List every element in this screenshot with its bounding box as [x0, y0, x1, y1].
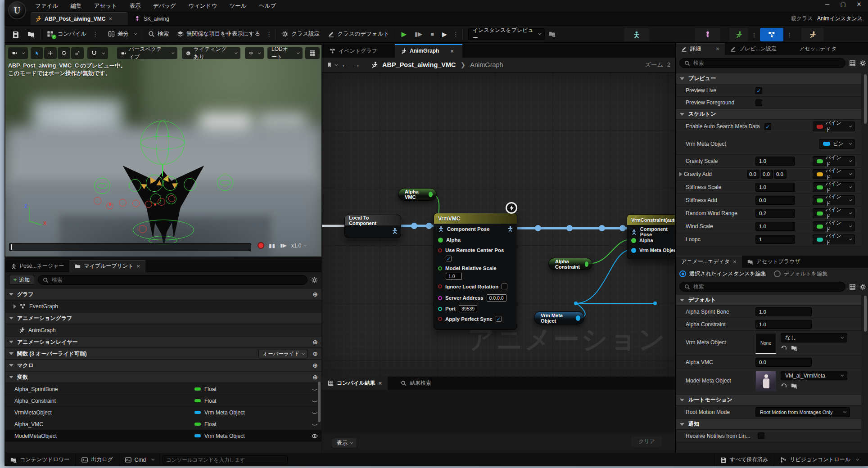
ignore-rotation-checkbox[interactable]	[502, 284, 507, 289]
node-get-vrm-meta-object[interactable]: Vrm Meta Object	[534, 311, 584, 324]
add-function-icon[interactable]: ⊕	[312, 350, 318, 357]
pin-server-address[interactable]: Server Address 0.0.0.0	[438, 294, 506, 302]
section-variables[interactable]: 変数⊕	[5, 372, 321, 383]
view-mode-button[interactable]: ライティングあり	[182, 47, 240, 59]
anim-scrollbar[interactable]	[864, 296, 867, 332]
pin-port[interactable]: Port 39539	[438, 305, 477, 312]
auto-search-meta-checkbox[interactable]	[764, 123, 771, 130]
float-output-pin[interactable]	[429, 192, 433, 197]
preview-live-checkbox[interactable]	[755, 87, 762, 94]
parent-class-link[interactable]: Animインスタンス	[817, 15, 863, 22]
close-tab-icon[interactable]: ×	[733, 258, 737, 265]
variable-row-selected[interactable]: ModelMetaObject Vrm Meta Object	[5, 430, 321, 442]
visibility-closed-icon[interactable]	[312, 410, 318, 416]
details-search-input[interactable]	[693, 60, 841, 66]
animation-mode-button[interactable]	[729, 28, 748, 41]
tab-event-graph[interactable]: イベントグラフ	[324, 44, 383, 58]
output-log-button[interactable]: 出力ログ	[76, 453, 119, 466]
node-get-alpha-vmc[interactable]: Alpha VMC	[398, 188, 437, 201]
asset-thumbnail-model[interactable]	[755, 371, 776, 392]
model-scale-field[interactable]: 1.0	[446, 273, 462, 280]
mbp-settings-gear-icon[interactable]	[311, 277, 318, 284]
compile-options-icon[interactable]: ⋮	[90, 31, 100, 37]
add-macro-icon[interactable]: ⊕	[312, 362, 318, 369]
visibility-open-icon[interactable]	[312, 433, 318, 439]
retarget-mode-button[interactable]	[801, 28, 824, 41]
alpha-vmc-field[interactable]	[755, 358, 812, 367]
bind-dropdown[interactable]: バインド	[813, 169, 855, 179]
playback-speed-button[interactable]: x1.0	[291, 243, 306, 249]
mbp-search-input[interactable]	[52, 277, 303, 283]
details-settings-gear-icon[interactable]	[859, 60, 866, 67]
frame-skip-button[interactable]: ▮▶	[411, 28, 426, 40]
section-notify[interactable]: 通知	[676, 419, 861, 430]
vrm-meta-object-select[interactable]: なし	[781, 333, 847, 342]
possess-button[interactable]: ▶	[438, 28, 451, 40]
menu-window[interactable]: ウィンドウ	[183, 0, 222, 12]
record-button[interactable]	[258, 242, 264, 249]
visibility-closed-icon[interactable]	[312, 421, 318, 428]
debug-filter-icon[interactable]	[545, 28, 560, 40]
tab-details[interactable]: 詳細 ×	[676, 43, 725, 55]
section-root-motion[interactable]: ルートモーション	[676, 395, 861, 405]
tab-animgraph[interactable]: AnimGraph ×	[395, 44, 462, 58]
pause-button[interactable]: ▮▮	[269, 243, 276, 249]
pin-use-remote-center-pos[interactable]: Use Remote Center Pos	[438, 248, 504, 253]
hide-unrelated-button[interactable]: 無関係な項目を非表示にする	[173, 28, 264, 40]
save-button[interactable]	[8, 28, 23, 40]
add-variable-icon[interactable]: ⊕	[312, 374, 318, 381]
content-drawer-button[interactable]: コンテンツドロワー	[5, 453, 76, 466]
diff-button[interactable]: 差分	[104, 28, 140, 40]
gravity-add-z[interactable]	[774, 170, 787, 179]
viewport-mode-button[interactable]	[624, 28, 649, 41]
bind-dropdown[interactable]: バインド	[813, 221, 855, 231]
pin-component-pose[interactable]: Component Pose	[438, 226, 490, 232]
float-output-pin[interactable]	[585, 261, 588, 267]
scale-tool-button[interactable]	[71, 47, 84, 59]
add-layer-icon[interactable]: ⊕	[312, 338, 318, 346]
stiffness-scale-field[interactable]	[755, 183, 795, 192]
menu-file[interactable]: ファイル	[30, 0, 63, 12]
asset-thumbnail-none[interactable]: None	[755, 333, 776, 354]
anim-settings-gear-icon[interactable]	[859, 284, 866, 290]
bind-dropdown[interactable]: バインド	[813, 182, 855, 192]
visibility-closed-icon[interactable]	[312, 386, 318, 392]
root-motion-mode-select[interactable]: Root Motion from Montages Only	[755, 407, 850, 417]
tab-sk-aiwing[interactable]: SK_aiwing	[130, 12, 196, 25]
edit-defaults-radio[interactable]	[774, 270, 781, 277]
save-status-button[interactable]: すべて保存済み	[714, 453, 774, 466]
animation-mode-options-icon[interactable]: ⋮	[751, 28, 757, 41]
node-vrm-constraint[interactable]: VrmConstraint(auto Component Pose Alpha …	[627, 214, 675, 259]
stop-button[interactable]: ■	[426, 28, 438, 40]
section-graphs[interactable]: グラフ⊕	[5, 289, 321, 300]
playhead[interactable]	[11, 244, 12, 250]
section-macros[interactable]: マクロ⊕	[5, 360, 321, 371]
bind-dropdown[interactable]: バインド	[813, 195, 855, 205]
compile-button[interactable]: ✓ コンパイル	[43, 28, 90, 40]
clear-button[interactable]: クリア	[631, 436, 662, 447]
details-search[interactable]	[679, 58, 845, 68]
section-animation-graphs[interactable]: アニメーショングラフ	[5, 313, 321, 324]
details-scrollbar[interactable]	[864, 74, 867, 124]
anim-search[interactable]	[679, 282, 845, 292]
close-tab-icon[interactable]: ×	[136, 263, 140, 270]
bind-dropdown[interactable]: バインド	[813, 122, 855, 131]
random-wind-field[interactable]	[755, 209, 795, 218]
node-get-alpha-constraint[interactable]: Alpha Constraint	[548, 258, 592, 270]
add-new-button[interactable]: +追加	[9, 275, 34, 285]
display-filter-button[interactable]: 表示	[332, 438, 357, 448]
history-forward-button[interactable]: →	[353, 61, 360, 69]
object-output-pin[interactable]	[576, 315, 580, 321]
close-tab-icon[interactable]: ×	[108, 15, 112, 22]
receive-notifies-checkbox[interactable]	[758, 432, 764, 439]
display-grid-icon[interactable]	[849, 60, 856, 67]
server-address-field[interactable]: 0.0.0.0	[487, 294, 506, 302]
stiffness-add-field[interactable]	[755, 196, 795, 205]
play-button[interactable]: ▶	[397, 28, 411, 40]
rotate-tool-button[interactable]	[58, 47, 70, 59]
display-grid-icon[interactable]	[849, 284, 856, 290]
snap-settings-button[interactable]	[87, 47, 108, 59]
screenshot-button[interactable]	[305, 47, 320, 59]
hide-unrelated-options-icon[interactable]: ⋮	[264, 31, 274, 37]
lod-button[interactable]: LODオート	[267, 47, 303, 59]
